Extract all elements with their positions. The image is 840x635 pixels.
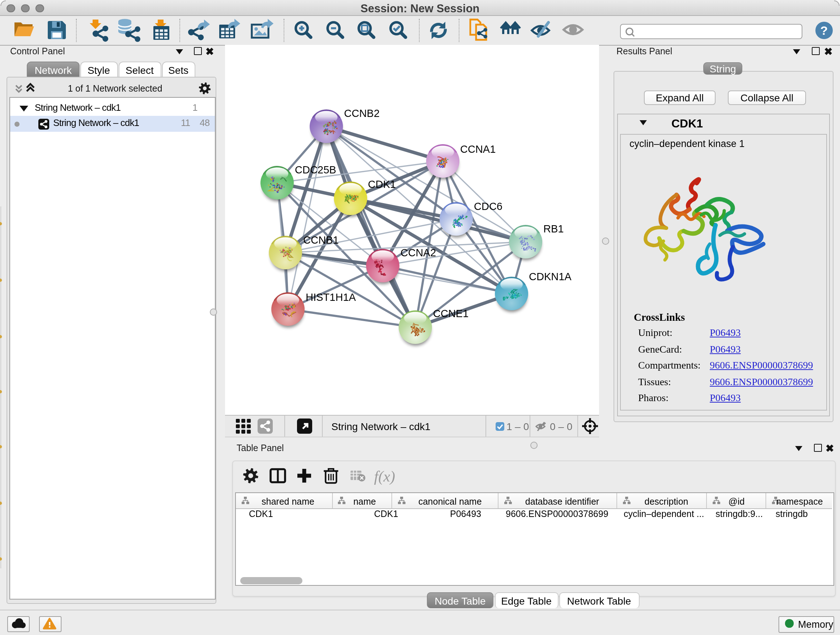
svg-text:CCNE1: CCNE1 — [433, 308, 469, 319]
svg-text:CDKN1A: CDKN1A — [529, 271, 572, 282]
svg-text:RB1: RB1 — [543, 223, 564, 234]
svg-text:1 of 1 Network selected: 1 of 1 Network selected — [68, 83, 162, 93]
svg-text:namespace: namespace — [776, 496, 823, 507]
svg-text:CCNB1: CCNB1 — [303, 234, 339, 246]
svg-text:CDC6: CDC6 — [474, 201, 502, 212]
svg-text:CCNA2: CCNA2 — [401, 247, 436, 258]
svg-text:CCNB2: CCNB2 — [344, 108, 379, 119]
svg-text:database identifier: database identifier — [525, 496, 599, 507]
svg-text:shared name: shared name — [262, 496, 314, 507]
svg-text:description: description — [645, 496, 688, 507]
svg-text:CCNA1: CCNA1 — [460, 143, 496, 155]
svg-text:@id: @id — [729, 496, 745, 507]
svg-text:name: name — [354, 496, 376, 507]
svg-text:?: ? — [821, 24, 828, 37]
svg-text:f(x): f(x) — [374, 468, 395, 485]
svg-text:canonical name: canonical name — [418, 496, 482, 507]
svg-text:HIST1H1A: HIST1H1A — [306, 291, 356, 303]
svg-text:CDK1: CDK1 — [368, 179, 396, 190]
svg-text:CDC25B: CDC25B — [295, 164, 336, 176]
